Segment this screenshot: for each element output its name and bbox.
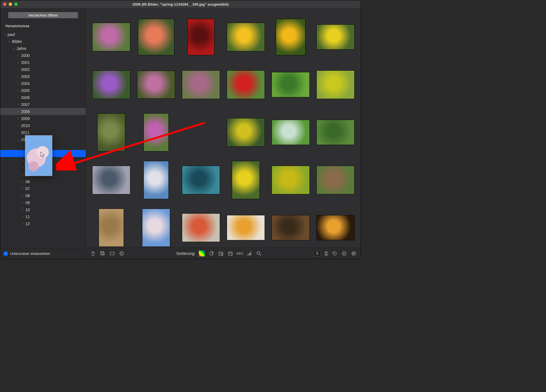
close-icon[interactable] — [3, 3, 6, 6]
chevron-right-icon[interactable]: › — [17, 89, 20, 92]
chevron-right-icon[interactable]: › — [17, 68, 20, 71]
chevron-right-icon[interactable]: › — [21, 180, 24, 183]
search-icon[interactable] — [256, 250, 262, 257]
chevron-down-icon[interactable]: ⌄ — [17, 138, 20, 141]
thumbnail[interactable] — [180, 166, 222, 194]
tree-item-2005[interactable]: ›2005 — [0, 87, 86, 94]
chevron-right-icon[interactable]: › — [17, 54, 20, 57]
tree-item-2001[interactable]: ›2001 — [0, 59, 86, 66]
chevron-right-icon[interactable]: › — [17, 110, 20, 113]
thumbnail[interactable] — [270, 166, 312, 194]
tree-item-12[interactable]: ›12 — [0, 220, 86, 227]
tree-item-2000[interactable]: ›2000 — [0, 52, 86, 59]
tree-item-2009[interactable]: ›2009 — [0, 115, 86, 122]
thumbnail[interactable] — [90, 166, 132, 194]
tree-item-09[interactable]: ›09 — [0, 199, 86, 206]
sort-date-taken-icon[interactable] — [218, 250, 224, 257]
chevron-right-icon[interactable]: › — [17, 96, 20, 99]
tree-item-2004[interactable]: ›2004 — [0, 80, 86, 87]
thumbnail[interactable] — [314, 120, 357, 145]
sort-date-modified-icon[interactable] — [227, 250, 233, 257]
thumbnail[interactable] — [135, 19, 177, 55]
tree-item-2007[interactable]: ›2007 — [0, 101, 86, 108]
tree-item-2006[interactable]: ›2006 — [0, 94, 86, 101]
frame-icon[interactable] — [109, 250, 115, 257]
sort-name-icon[interactable]: ABC — [237, 250, 243, 257]
tree-item-11[interactable]: ›11 — [0, 213, 86, 220]
thumbnail[interactable] — [90, 70, 132, 99]
thumbnail[interactable] — [225, 23, 267, 51]
tree-item-2010[interactable]: ›2010 — [0, 122, 86, 129]
tree-item-2008[interactable]: ›2008 — [0, 108, 86, 115]
columns-stepper[interactable]: ▲▼ — [324, 251, 328, 256]
thumbnail[interactable] — [314, 215, 357, 240]
stack-icon[interactable] — [100, 250, 106, 257]
chevron-down-icon[interactable]: ⌄ — [8, 40, 11, 43]
thumbnail[interactable] — [180, 19, 222, 55]
chevron-right-icon[interactable]: › — [17, 131, 20, 134]
info-icon[interactable]: i — [351, 250, 357, 257]
tree-item-2003[interactable]: ›2003 — [0, 73, 86, 80]
thumbnail-grid[interactable] — [86, 8, 361, 248]
thumbnail[interactable] — [225, 215, 267, 240]
thumbnail[interactable] — [90, 23, 132, 51]
sort-size-icon[interactable] — [246, 250, 253, 257]
thumbnail[interactable] — [180, 213, 222, 242]
trash-icon[interactable] — [90, 250, 96, 257]
chevron-right-icon[interactable]: › — [21, 145, 24, 148]
tree-item-paul[interactable]: ⌄paul — [0, 31, 86, 38]
tree-item-06[interactable]: ›06 — [0, 178, 86, 185]
chevron-down-icon[interactable]: ⌄ — [21, 152, 24, 155]
thumbnail[interactable] — [225, 118, 267, 147]
chevron-right-icon[interactable]: › — [21, 187, 24, 190]
chevron-right-icon[interactable]: › — [21, 159, 24, 162]
chevron-right-icon[interactable]: › — [17, 75, 20, 78]
sort-copy-icon[interactable] — [208, 250, 214, 257]
chevron-right-icon[interactable]: › — [17, 124, 20, 127]
thumbnail[interactable] — [270, 120, 312, 145]
chevron-right-icon[interactable]: › — [21, 215, 24, 218]
chevron-right-icon[interactable]: › — [17, 61, 20, 64]
thumbnail[interactable] — [270, 19, 312, 55]
tree-item-2002[interactable]: ›2002 — [0, 66, 86, 73]
chevron-right-icon[interactable]: › — [17, 117, 20, 120]
chevron-right-icon[interactable]: › — [21, 222, 24, 225]
chevron-down-icon[interactable]: ⌄ — [12, 47, 15, 50]
thumbnail[interactable] — [180, 70, 222, 99]
sort-color-icon[interactable] — [199, 250, 205, 257]
thumbnail[interactable] — [135, 209, 177, 247]
thumbnail[interactable] — [314, 70, 357, 99]
tree-item-08[interactable]: ›08 — [0, 192, 86, 199]
chevron-right-icon[interactable]: › — [17, 82, 20, 85]
columns-field[interactable] — [314, 251, 321, 256]
tree-item-jahre[interactable]: ⌄Jahre — [0, 45, 86, 52]
thumbnail[interactable] — [270, 72, 312, 97]
open-directory-button[interactable]: Verzeichnis öffnen — [8, 12, 78, 18]
directory-tree[interactable]: ⌄paul⌄Bilder⌄Jahre›2000›2001›2002›2003›2… — [0, 30, 86, 248]
include-subfolders-checkbox[interactable]: ✓ — [4, 252, 8, 256]
thumbnail[interactable] — [314, 166, 357, 194]
tree-item-07[interactable]: ›07 — [0, 185, 86, 192]
chevron-right-icon[interactable]: › — [17, 103, 20, 106]
refresh-icon[interactable] — [332, 250, 338, 257]
minimize-icon[interactable] — [9, 3, 12, 6]
thumbnail[interactable] — [90, 113, 132, 151]
chevron-right-icon[interactable]: › — [21, 173, 24, 176]
chevron-right-icon[interactable]: › — [21, 166, 24, 169]
tree-item-10[interactable]: ›10 — [0, 206, 86, 213]
thumbnail[interactable] — [314, 24, 357, 50]
chevron-right-icon[interactable]: › — [21, 208, 24, 211]
thumbnail[interactable] — [225, 161, 267, 199]
filter-icon[interactable] — [341, 250, 347, 257]
thumbnail[interactable] — [135, 161, 177, 199]
thumbnail[interactable] — [225, 70, 267, 99]
thumbnail[interactable] — [90, 209, 132, 247]
thumbnail[interactable] — [135, 71, 177, 99]
zoom-icon[interactable] — [14, 3, 18, 6]
thumbnail[interactable] — [270, 215, 312, 240]
clear-icon[interactable] — [119, 250, 125, 257]
chevron-right-icon[interactable]: › — [21, 194, 24, 197]
chevron-down-icon[interactable]: ⌄ — [3, 33, 6, 36]
chevron-right-icon[interactable]: › — [21, 201, 24, 204]
thumbnail[interactable] — [135, 113, 177, 151]
